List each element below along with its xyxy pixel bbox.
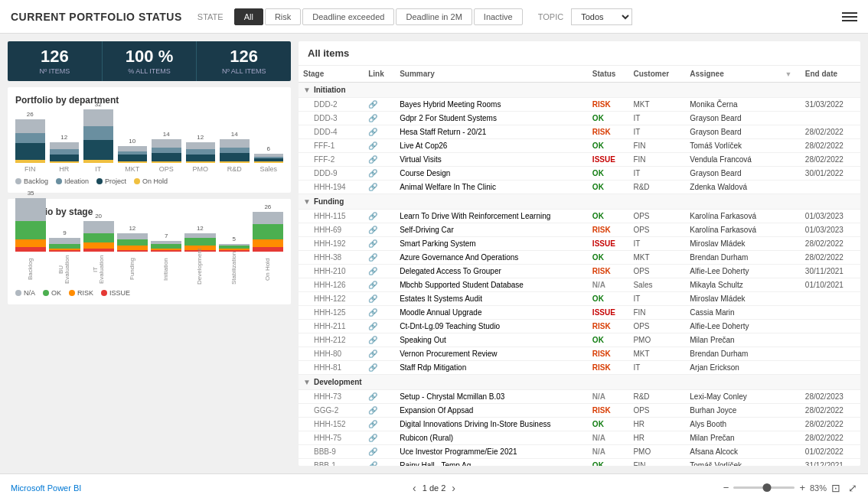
link-icon[interactable]: 🔗 (368, 212, 377, 220)
table-header-cell[interactable]: End date (801, 66, 860, 83)
table-header-cell[interactable]: Assignee (685, 66, 780, 83)
link-cell[interactable]: 🔗 (364, 278, 395, 292)
link-icon[interactable]: 🔗 (368, 267, 377, 275)
link-cell[interactable]: 🔗 (364, 361, 395, 375)
stage-col: 12Funding (117, 225, 148, 285)
stage-stack (219, 244, 250, 252)
table-header-cell[interactable]: Stage (299, 66, 364, 83)
link-icon[interactable]: 🔗 (368, 461, 377, 466)
link-icon[interactable]: 🔗 (368, 281, 377, 289)
link-cell[interactable]: 🔗 (364, 404, 395, 418)
link-cell[interactable]: 🔗 (364, 167, 395, 181)
filter-tab-deadline_exceeded[interactable]: Deadline exceeded (302, 8, 394, 25)
link-icon[interactable]: 🔗 (368, 100, 377, 109)
link-icon[interactable]: 🔗 (368, 114, 377, 122)
link-cell[interactable]: 🔗 (364, 265, 395, 278)
summary-cell: Digital Innovations Driving In-Store Bus… (395, 418, 588, 431)
link-icon[interactable]: 🔗 (368, 322, 377, 330)
table-row: HHH-75🔗Rubicon (Rural)N/AHRMilan Prečan2… (299, 431, 860, 445)
link-icon[interactable]: 🔗 (368, 253, 377, 262)
summary-cell: Hesa Staff Return - 20/21 (395, 125, 588, 139)
zoom-minus-button[interactable]: − (723, 482, 729, 493)
link-cell[interactable]: 🔗 (364, 445, 395, 459)
dept-col-r&d: 14R&D (220, 131, 250, 173)
link-cell[interactable]: 🔗 (364, 125, 395, 139)
link-cell[interactable]: 🔗 (364, 181, 395, 194)
section-collapse-icon[interactable]: ▼ (303, 378, 311, 386)
link-cell[interactable]: 🔗 (364, 237, 395, 251)
link-cell[interactable]: 🔗 (364, 139, 395, 153)
section-header-row: ▼Initiation (299, 83, 860, 98)
dept-bar-segment (15, 143, 45, 160)
link-icon[interactable]: 🔗 (368, 142, 377, 150)
link-icon[interactable]: 🔗 (368, 183, 377, 191)
filter-tab-all[interactable]: All (234, 8, 263, 25)
assignee-cell: Karolína Farkasová (685, 210, 780, 223)
status-badge: OK (592, 114, 604, 122)
link-icon[interactable]: 🔗 (368, 308, 377, 317)
link-cell[interactable]: 🔗 (364, 459, 395, 467)
link-icon[interactable]: 🔗 (368, 294, 377, 303)
legend-dot (15, 178, 21, 184)
link-cell[interactable]: 🔗 (364, 418, 395, 431)
filter-tab-risk[interactable]: Risk (265, 8, 301, 25)
assignee-cell: Lexi-May Conley (685, 390, 780, 404)
link-icon[interactable]: 🔗 (368, 350, 377, 358)
link-cell[interactable]: 🔗 (364, 306, 395, 320)
link-cell[interactable]: 🔗 (364, 347, 395, 361)
link-cell[interactable]: 🔗 (364, 320, 395, 333)
section-collapse-icon[interactable]: ▼ (303, 86, 311, 94)
link-cell[interactable]: 🔗 (364, 390, 395, 404)
link-cell[interactable]: 🔗 (364, 153, 395, 167)
link-icon[interactable]: 🔗 (368, 363, 377, 372)
zoom-slider[interactable] (733, 486, 795, 489)
link-icon[interactable]: 🔗 (368, 239, 377, 248)
link-icon[interactable]: 🔗 (368, 169, 377, 177)
next-page-button[interactable]: › (452, 482, 455, 494)
link-cell[interactable]: 🔗 (364, 223, 395, 237)
link-cell[interactable]: 🔗 (364, 333, 395, 347)
filter-tab-deadline_2m[interactable]: Deadline in 2M (396, 8, 472, 25)
link-icon[interactable]: 🔗 (368, 392, 377, 401)
enddate-cell: 01/02/2022 (801, 445, 860, 459)
table-header-cell[interactable]: Status (588, 66, 629, 83)
link-cell[interactable]: 🔗 (364, 112, 395, 125)
table-header-cell[interactable]: Link (364, 66, 395, 83)
assignee-cell: Tomáš Vorlíček (685, 459, 780, 467)
powerbi-link[interactable]: Microsoft Power BI (11, 483, 81, 493)
link-cell[interactable]: 🔗 (364, 292, 395, 306)
dept-total-label: 6 (267, 145, 270, 152)
table-row: HHH-126🔗Mbchb Supported Student Database… (299, 278, 860, 292)
link-icon[interactable]: 🔗 (368, 447, 377, 456)
hamburger-menu[interactable] (842, 12, 857, 21)
link-icon[interactable]: 🔗 (368, 128, 377, 136)
stage-cell: HHH-210 (299, 265, 364, 278)
section-collapse-icon[interactable]: ▼ (303, 197, 311, 206)
link-cell[interactable]: 🔗 (364, 210, 395, 223)
stage-cell: HHH-38 (299, 251, 364, 265)
status-badge: OK (592, 420, 604, 428)
table-header-cell[interactable]: ▼ (781, 66, 801, 83)
link-icon[interactable]: 🔗 (368, 406, 377, 415)
table-container[interactable]: StageLinkSummaryStatusCustomerAssignee ▼… (299, 66, 860, 466)
expand-icon[interactable]: ⤢ (848, 482, 857, 494)
link-cell[interactable]: 🔗 (364, 251, 395, 265)
link-icon[interactable]: 🔗 (368, 336, 377, 344)
link-icon[interactable]: 🔗 (368, 434, 377, 442)
table-header-cell[interactable]: Customer (628, 66, 685, 83)
link-icon[interactable]: 🔗 (368, 420, 377, 428)
filter-tab-inactive[interactable]: Inactive (474, 8, 523, 25)
link-icon[interactable]: 🔗 (368, 226, 377, 234)
page-info: 1 de 2 (423, 483, 446, 493)
link-cell[interactable]: 🔗 (364, 431, 395, 445)
link-cell[interactable]: 🔗 (364, 98, 395, 112)
stage-cell: DDD-3 (299, 112, 364, 125)
fit-to-screen-icon[interactable]: ⊡ (831, 482, 840, 494)
zoom-plus-button[interactable]: + (799, 482, 805, 493)
prev-page-button[interactable]: ‹ (413, 482, 416, 494)
table-row: DDD-4🔗Hesa Staff Return - 20/21RISKITGra… (299, 125, 860, 139)
table-header-cell[interactable]: Summary (395, 66, 588, 83)
link-icon[interactable]: 🔗 (368, 155, 377, 164)
status-badge: OK (592, 336, 604, 344)
topic-select[interactable]: Todos (571, 8, 632, 25)
